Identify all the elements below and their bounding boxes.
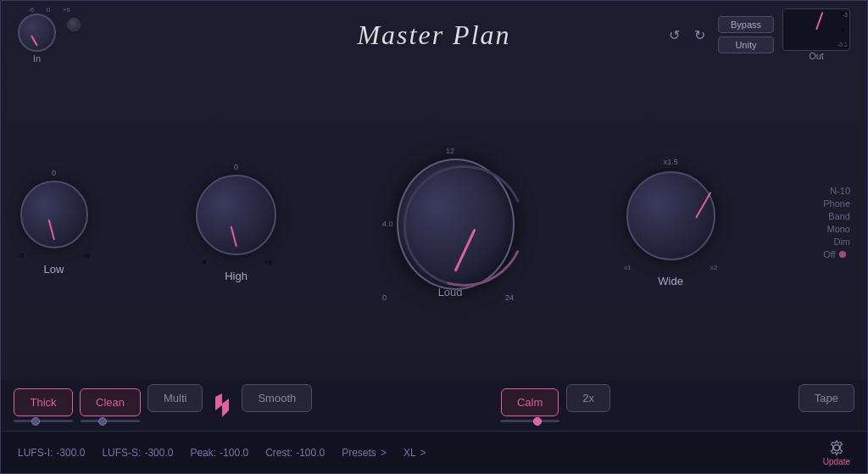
low-max: +6	[82, 252, 90, 259]
low-zero: 0	[52, 169, 56, 177]
crest-item: Crest: -100.0	[265, 447, 325, 459]
monitor-off-label: Off	[823, 249, 835, 259]
in-scale-min: -6	[28, 6, 34, 14]
high-knob[interactable]	[196, 175, 276, 255]
gear-button[interactable]: Update	[823, 438, 850, 466]
header-right: ↺ ↻ Bypass Unity -6 -9 -12 -3 -0	[665, 8, 850, 61]
multi-button[interactable]: Multi	[147, 384, 203, 412]
calm-slider[interactable]	[500, 420, 559, 422]
monitor-dim[interactable]: Dim	[823, 237, 850, 247]
out-meter: -6 -9 -12 -3 -0.1	[782, 8, 850, 51]
calm-button[interactable]: Calm	[501, 388, 559, 416]
clean-slider[interactable]	[81, 420, 140, 422]
crest-label: Crest:	[265, 447, 292, 459]
in-row: In	[18, 14, 81, 64]
loud-scale-bl: 0	[382, 293, 387, 302]
bypass-button[interactable]: Bypass	[718, 16, 774, 33]
in-trim-knob[interactable]	[67, 18, 81, 31]
in-scale-max: +6	[63, 6, 70, 14]
lufs-i-value: -300.0	[56, 447, 85, 459]
gear-icon	[827, 438, 846, 457]
thick-slider[interactable]	[14, 420, 73, 422]
loud-scale-bottom: 0 24	[382, 293, 514, 302]
thick-slider-thumb	[31, 417, 40, 426]
multi-section: Multi	[147, 384, 203, 427]
redo-button[interactable]: ↻	[691, 25, 709, 44]
logo-icon[interactable]	[209, 393, 235, 418]
calm-slider-wrap	[500, 420, 559, 422]
wide-ticks: x1 x2	[624, 264, 717, 271]
loud-knob[interactable]	[397, 159, 515, 290]
out-meter-needle	[815, 12, 823, 30]
presets-nav[interactable]: Presets >	[342, 447, 387, 459]
wide-max: x2	[710, 264, 717, 271]
monitor-list: N-10 Phone Band Mono Dim Off	[823, 186, 850, 259]
loud-scale-top: 12	[382, 147, 518, 155]
thick-button[interactable]: Thick	[14, 388, 72, 416]
monitor-phone[interactable]: Phone	[823, 198, 850, 209]
low-label: Low	[44, 263, 64, 276]
thick-section: Thick	[14, 388, 73, 422]
lufs-s-value: -300.0	[144, 447, 173, 459]
loud-knob-wrap: 12 4.0 0 24	[382, 147, 518, 282]
twox-button[interactable]: 2x	[566, 384, 610, 412]
monitor-mono[interactable]: Mono	[823, 224, 850, 234]
in-knob[interactable]	[18, 14, 56, 52]
high-max: +8	[264, 259, 272, 266]
wide-label: Wide	[658, 275, 683, 287]
logo-svg	[212, 393, 232, 417]
out-label: Out	[809, 51, 824, 61]
lufs-i-item: LUFS-I: -300.0	[18, 447, 85, 459]
update-label: Update	[823, 457, 850, 466]
bypass-unity: Bypass Unity	[718, 16, 774, 53]
low-ticks: -6 +6	[18, 252, 90, 259]
thick-slider-wrap	[14, 420, 73, 422]
out-scale-neg3: -3	[843, 12, 848, 18]
monitor-n10[interactable]: N-10	[823, 186, 850, 196]
lufs-s-label: LUFS-S:	[102, 447, 141, 459]
out-scale-neg01: -0.1	[837, 42, 848, 47]
in-knob-container: In	[18, 14, 56, 64]
in-knob-area: -6 0 +6 In	[18, 6, 81, 64]
clean-button[interactable]: Clean	[80, 388, 141, 416]
clean-section: Clean	[80, 388, 141, 422]
calm-section: Calm	[500, 388, 559, 422]
loud-scale-left: 4.0	[382, 220, 393, 228]
undo-button[interactable]: ↺	[665, 25, 684, 44]
xl-nav[interactable]: XL >	[403, 447, 426, 459]
monitor-off[interactable]: Off	[823, 249, 850, 259]
high-ticks: -8 +8	[200, 259, 272, 266]
high-label: High	[225, 270, 248, 282]
presets-label: Presets	[342, 447, 376, 459]
xl-label: XL	[403, 447, 416, 459]
wide-container: x1.5 x1 x2 Wide	[624, 158, 717, 287]
unity-button[interactable]: Unity	[718, 36, 774, 53]
xl-arrow: >	[420, 447, 426, 459]
button-row: Thick Clean Multi	[1, 380, 867, 431]
crest-value: -100.0	[296, 447, 325, 459]
presets-arrow: >	[381, 447, 387, 459]
peak-label: Peak:	[190, 447, 216, 459]
in-scale: -6 0 +6	[28, 6, 70, 14]
out-meter-container: -6 -9 -12 -3 -0.1 Out	[782, 8, 850, 61]
high-min: -8	[200, 259, 206, 266]
svg-point-2	[833, 445, 839, 451]
clean-slider-thumb	[98, 417, 107, 426]
status-bar: LUFS-I: -300.0 LUFS-S: -300.0 Peak: -100…	[1, 431, 867, 473]
low-container: 0 -6 +6 Low	[18, 169, 90, 276]
clean-slider-wrap	[81, 420, 140, 422]
loud-knob-arc	[398, 160, 530, 292]
smooth-button[interactable]: Smooth	[242, 384, 312, 412]
smooth-section: Smooth	[242, 384, 312, 427]
in-scale-zero: 0	[47, 6, 50, 14]
off-dot	[839, 251, 846, 258]
monitor-band[interactable]: Band	[823, 211, 850, 221]
header-left: -6 0 +6 In	[18, 6, 81, 64]
wide-knob[interactable]	[626, 171, 715, 260]
peak-item: Peak: -100.0	[190, 447, 248, 459]
tape-button[interactable]: Tape	[798, 384, 854, 412]
low-knob[interactable]	[20, 181, 88, 248]
app-title: Master Plan	[357, 20, 510, 51]
undo-redo: ↺ ↻	[665, 25, 709, 44]
in-label: In	[33, 53, 41, 64]
